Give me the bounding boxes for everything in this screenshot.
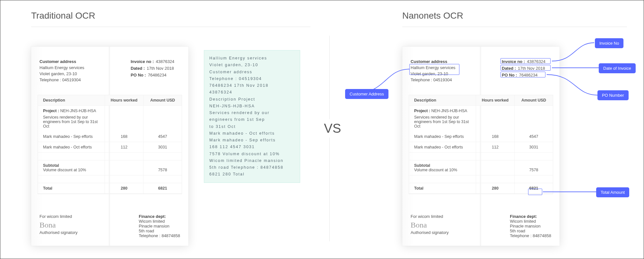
finance-line: Pinacle mansion [139, 224, 169, 228]
invoice-meta: Invoice no :43876324 Dated :17th Nov 201… [502, 59, 545, 79]
po-key: PO No : [131, 72, 146, 78]
title-right: Nanonets OCR [402, 11, 463, 21]
finance-line: 5th road [510, 228, 525, 233]
ocr-line: 76486234 17th Nov 2018 [209, 82, 295, 89]
project-key: Project : [43, 109, 59, 113]
invoice-no-val: 43876324 [527, 59, 545, 65]
ocr-line: Mark mahadeo - Oct efforts [209, 130, 295, 137]
ocr-line: NEH-JNS-HJB-HSA [209, 103, 295, 110]
invoice-meta: Invoice no :43876324 Dated :17th Nov 201… [131, 59, 174, 79]
line-amount: 3031 [143, 142, 182, 153]
vertical-separator [329, 36, 330, 241]
line-amount: 3031 [514, 142, 553, 153]
ocr-line: to 31st Oct [209, 123, 295, 130]
authorised-signatory: Authorised signatory [411, 230, 449, 235]
invoice-no-val: 43876324 [156, 59, 174, 65]
line-hours: 168 [105, 131, 143, 142]
subtotal-key: Subtotal [43, 163, 100, 168]
total-key: Total [409, 183, 476, 194]
footer-left: For wicom limited Bona Authorised signat… [39, 214, 78, 238]
ocr-line: Customer address [209, 69, 295, 76]
divider-right [402, 27, 627, 27]
line-desc: Mark mahadeo - Oct efforts [38, 142, 105, 153]
invoice-card-nanonets: Customer address Hallium Energy services… [402, 47, 560, 246]
project-desc: Services rendered by our engineers from … [43, 115, 100, 129]
discount-key: Volume discount at 10% [414, 168, 471, 172]
line-amount: 4547 [514, 131, 553, 142]
col-amount: Amount USD [143, 95, 182, 106]
for-label: For wicom limited [39, 214, 78, 219]
dated-val: 17th Nov 2018 [518, 66, 545, 72]
footer-left: For wicom limited Bona Authorised signat… [411, 214, 449, 238]
line-desc: Mark mahadeo - Oct efforts [409, 142, 476, 153]
dated-key: Dated : [131, 66, 145, 72]
customer-address-block: Customer address Hallium Energy services… [411, 59, 455, 83]
tag-date-of-invoice: Date of Invoice [599, 63, 636, 73]
subtotal-key: Subtotal [414, 163, 471, 168]
ocr-line: Violet garden, 23-10 [209, 62, 295, 68]
total-amt: 6821 [143, 183, 182, 194]
ocr-line: 7578 Volume discount at 10% [209, 151, 295, 157]
discount-val: 7578 [158, 168, 167, 172]
line-hours: 112 [476, 142, 514, 153]
project-key: Project : [414, 109, 430, 113]
raw-ocr-output: Hallium Energy services Violet garden, 2… [204, 50, 300, 183]
discount-val: 7578 [529, 168, 538, 172]
ocr-line: Services rendered by our [209, 110, 295, 116]
col-amount: Amount USD [514, 95, 553, 106]
finance-line: Telephone : 84874858 [139, 233, 180, 238]
dated-key: Dated : [502, 66, 516, 72]
invoice-table: Description Hours worked Amount USD Proj… [38, 95, 182, 194]
footer-right: Finance dept: Wicom limited Pinacle mans… [139, 214, 180, 238]
ocr-line: 168 112 4547 3031 [209, 144, 295, 150]
finance-line: Telephone : 84874858 [510, 233, 551, 238]
project-val: NEH-JNS-HJB-HSA [431, 109, 467, 113]
total-amt: 6821 [514, 183, 553, 194]
project-desc: Services rendered by our engineers from … [414, 115, 471, 129]
invoice-no-key: Invoice no : [131, 59, 154, 65]
ocr-line: Telephone : 04519304 [209, 76, 295, 82]
finance-line: Wicom limited [510, 219, 536, 224]
ocr-line: engineers from 1st Sep [209, 116, 295, 123]
project-val: NEH-JNS-HJB-HSA [60, 109, 96, 113]
discount-key: Volume discount at 10% [43, 168, 100, 172]
ocr-line: Wicom limited Pinacle mansion [209, 157, 295, 164]
po-val: 76486234 [519, 72, 538, 78]
invoice-no-key: Invoice no : [502, 59, 525, 65]
po-key: PO No : [502, 72, 517, 78]
total-key: Total [38, 183, 105, 194]
divider-left [31, 27, 310, 27]
customer-address-heading: Customer address [411, 59, 447, 64]
tag-customer-address: Customer Address [345, 89, 388, 99]
col-description: Description [409, 95, 476, 106]
line-amount: 4547 [143, 131, 182, 142]
title-left: Traditional OCR [31, 11, 95, 21]
dated-val: 17th Nov 2018 [147, 66, 174, 72]
comparison-frame: Traditional OCR Nanonets OCR VS Customer… [0, 0, 644, 259]
ocr-line: 43876324 [209, 89, 295, 96]
addr-line: Hallium Energy services [411, 65, 455, 70]
line-hours: 112 [105, 142, 143, 153]
footer-right: Finance dept: Wicom limited Pinacle mans… [510, 214, 551, 238]
addr-line: Violet garden, 23-10 [39, 71, 77, 76]
ocr-line: Hallium Energy services [209, 55, 295, 62]
col-description: Description [38, 95, 105, 106]
line-desc: Mark mahadeo - Sep efforts [38, 131, 105, 142]
tag-total-amount: Total Amount [596, 187, 629, 197]
line-desc: Mark mahadeo - Sep efforts [409, 131, 476, 142]
po-val: 76486234 [148, 72, 167, 78]
customer-address-block: Customer address Hallium Energy services… [39, 59, 84, 83]
finance-line: 5th road [139, 228, 154, 233]
finance-line: Pinacle mansion [510, 224, 540, 228]
total-hours: 280 [476, 183, 514, 194]
authorised-signatory: Authorised signatory [39, 230, 78, 235]
ocr-line: 5th road Telephone : 84874858 [209, 164, 295, 171]
col-hours: Hours worked [476, 95, 514, 106]
addr-line: Telephone : 04519304 [39, 77, 81, 82]
ocr-line: Mark mahadeo - Sep efforts [209, 137, 295, 144]
finance-dept-heading: Finance dept: [510, 214, 537, 219]
total-hours: 280 [105, 183, 143, 194]
finance-dept-heading: Finance dept: [139, 214, 166, 219]
ocr-line: 6821 280 Total [209, 171, 295, 178]
for-label: For wicom limited [411, 214, 449, 219]
